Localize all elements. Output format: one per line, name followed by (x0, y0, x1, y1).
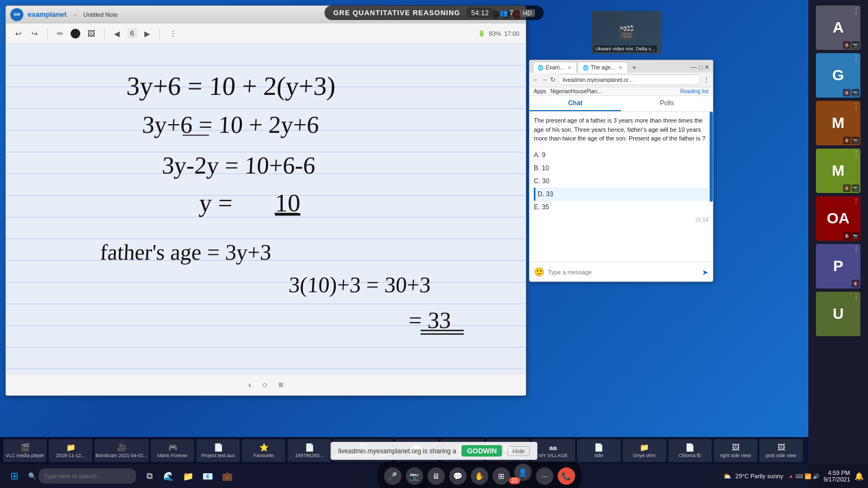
chat-answer-b[interactable]: B. 10 (534, 162, 709, 175)
chat-answer-c[interactable]: C. 30 (534, 175, 709, 188)
weather-icon: ⛅ (723, 472, 731, 480)
thumb-favourite[interactable]: ⭐ Favourite (242, 439, 285, 462)
participant-m1-menu[interactable]: ⋮ (853, 102, 859, 110)
back-btn[interactable]: ← (73, 11, 79, 18)
footer-home-button[interactable]: ○ (262, 380, 267, 390)
chat-answer-d[interactable]: D. 33 (534, 188, 709, 201)
chat-scrollbar[interactable] (710, 112, 713, 202)
color-selector[interactable] (71, 29, 80, 38)
thumb-doc1[interactable]: 📄 199786260... (288, 439, 331, 462)
note-title: Untitled Note (84, 11, 118, 18)
participant-m1-cam[interactable]: 📷 (852, 137, 859, 144)
participant-m2-menu[interactable]: ⋮ (853, 150, 859, 157)
participant-m2-mute[interactable]: 🔇 (843, 184, 851, 192)
thumb-vlc[interactable]: 🎬 VLC media player (3, 439, 47, 462)
nav-refresh-button[interactable]: ↻ (550, 76, 556, 84)
participant-g-container: G 🔇 📷 ⋮ (816, 53, 860, 98)
participant-oa-menu[interactable]: ⋮ (853, 197, 859, 205)
svg-text:3y+6  =  10 + 2(y+3): 3y+6 = 10 + 2(y+3) (126, 72, 336, 101)
grid-view-button[interactable]: ⊞ (493, 467, 510, 485)
chat-send-button[interactable]: ➤ (702, 268, 709, 277)
reading-list-link[interactable]: Reading list (680, 88, 709, 94)
thumb-village[interactable]: 🏘 MY VILLAGE (532, 439, 575, 462)
thumb-post-side[interactable]: 🖼 post side view (760, 439, 803, 462)
image-button[interactable]: 🖼 (85, 28, 98, 40)
whiteboard-content[interactable]: 3y+6 = 10 + 2(y+3) 3y+6 = 10 + 2y+6 3y-2… (6, 44, 526, 374)
emoji-icon[interactable]: 🙂 (534, 267, 545, 277)
clock-time: 17:00 (504, 30, 519, 37)
participant-oa-mute[interactable]: 🔇 (843, 232, 851, 240)
browser-minimize-button[interactable]: — (691, 63, 697, 71)
participant-m2-cam[interactable]: 📷 (852, 184, 859, 192)
next-page-button[interactable]: ▶ (142, 28, 153, 40)
screen-share-button[interactable]: 🖥 (427, 467, 445, 485)
gre-hd-badge: HD (520, 9, 535, 17)
redo-button[interactable]: ↪ (29, 28, 41, 40)
pen-button[interactable]: ✏ (54, 28, 66, 40)
thumb-bandicam[interactable]: 🎥 Bandicam 2021-04-01... (94, 439, 149, 462)
browser-close-button[interactable]: ✕ (704, 63, 710, 71)
bookmark-apps[interactable]: Apps (534, 88, 546, 94)
thumb-project[interactable]: 📄 Project test.aux (196, 439, 240, 462)
new-tab-button[interactable]: + (629, 62, 640, 73)
footer-menu-button[interactable]: ≡ (278, 380, 283, 390)
browser-tab-exam[interactable]: 🌐 Exam... ✕ (533, 62, 577, 73)
footer-prev-button[interactable]: ‹ (248, 380, 251, 390)
hide-notification-button[interactable]: Hide (508, 446, 530, 456)
prev-page-button[interactable]: ◀ (111, 28, 123, 40)
tab-close-age[interactable]: ✕ (618, 65, 623, 70)
thumb-mario[interactable]: 🎮 Mario Forever (151, 439, 194, 462)
notifications-button[interactable]: 🔔 (854, 472, 864, 480)
taskbar-task-view[interactable]: ⧉ (141, 466, 158, 486)
bookmark-nigerianhouse[interactable]: NigerianHousePlan... (551, 88, 602, 94)
mini-video-window[interactable]: 🎬 Ukwani video mix: Delta s... (591, 11, 662, 54)
participant-a-cam[interactable]: 📷 (852, 41, 859, 49)
taskbar-search-icon: 🔍 (28, 472, 36, 480)
nav-forward-button[interactable]: → (541, 76, 548, 84)
gre-participant-count: 👥 7 (500, 9, 513, 17)
task-view-icon: ⧉ (146, 471, 152, 481)
taskbar-edge[interactable]: 🌊 (160, 466, 177, 486)
participant-oa-cam[interactable]: 📷 (852, 232, 859, 240)
participant-g-menu[interactable]: ⋮ (853, 54, 859, 62)
thumb-chioma[interactable]: 📄 Chioma fb (668, 439, 712, 462)
mute-button[interactable]: 🎤 (384, 467, 401, 485)
undo-button[interactable]: ↩ (12, 28, 24, 40)
more-call-options-button[interactable]: ··· (536, 467, 553, 485)
participant-u-menu[interactable]: ⋮ (853, 293, 859, 300)
end-call-button[interactable]: 📞 (558, 467, 575, 485)
participant-m1-mute[interactable]: 🔇 (843, 137, 851, 144)
browser-tab-age[interactable]: 🌐 The age... ✕ (578, 62, 628, 73)
more-options-button[interactable]: ⋮ (167, 28, 180, 40)
address-bar[interactable] (558, 74, 701, 85)
thumb-onyeohm[interactable]: 📁 Onye ohm (623, 439, 666, 462)
chat-answer-e[interactable]: E. 35 (534, 201, 709, 214)
browser-maximize-button[interactable]: □ (699, 63, 703, 71)
thumb-side[interactable]: 📄 side (577, 439, 621, 462)
participant-p-menu[interactable]: ⋮ (853, 245, 859, 253)
taskbar-teams[interactable]: 💼 (219, 466, 236, 486)
participant-g-mute[interactable]: 🔇 (843, 89, 851, 97)
taskbar-search-input[interactable] (39, 468, 136, 484)
chat-tab-chat[interactable]: Chat (529, 96, 621, 111)
thumb-folder1[interactable]: 📁 2018-11-12... (49, 439, 92, 462)
participant-a-mute[interactable]: 🔇 (843, 41, 851, 49)
chat-messages[interactable]: The present age of a father is 3 years m… (529, 112, 713, 262)
participant-p-mute[interactable]: 🔇 (852, 280, 859, 287)
hand-raise-button[interactable]: ✋ (471, 467, 488, 485)
nav-back-button[interactable]: ← (533, 76, 539, 84)
nav-more-button[interactable]: ⋮ (703, 76, 710, 84)
taskbar-mail[interactable]: 📧 (199, 466, 216, 486)
participant-a-menu[interactable]: ⋮ (853, 7, 859, 14)
thumb-right-side[interactable]: 🖼 right side view (714, 439, 757, 462)
chat-message-input[interactable] (548, 269, 699, 275)
video-button[interactable]: 📷 (406, 467, 423, 485)
chat-button[interactable]: 💬 (449, 467, 467, 485)
participant-g-cam[interactable]: 📷 (852, 89, 859, 97)
chat-tab-polls[interactable]: Polls (621, 96, 713, 111)
chat-answer-a[interactable]: A. 9 (534, 149, 709, 162)
start-button[interactable]: ⊞ (4, 466, 24, 486)
participant-counter: 20 (509, 477, 520, 484)
taskbar-explorer[interactable]: 📁 (180, 466, 197, 486)
tab-close-exam[interactable]: ✕ (567, 65, 572, 70)
